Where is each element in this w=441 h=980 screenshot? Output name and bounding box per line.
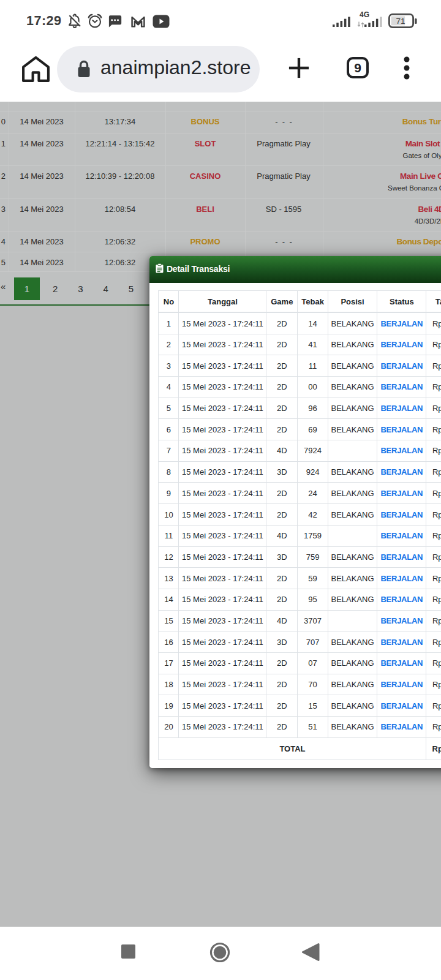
svg-text:71: 71: [396, 17, 405, 26]
